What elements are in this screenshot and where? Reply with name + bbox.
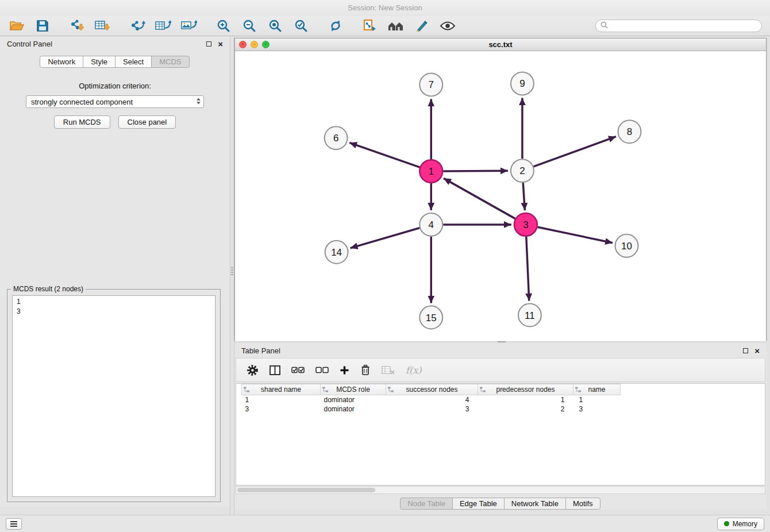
network-window-titlebar[interactable]: × − + scc.txt bbox=[235, 38, 766, 51]
tab-network-table[interactable]: Network Table bbox=[504, 498, 566, 510]
graph-edge-2-3[interactable] bbox=[523, 183, 525, 210]
float-panel-icon[interactable] bbox=[206, 41, 211, 47]
scrollbar-thumb[interactable] bbox=[237, 488, 375, 492]
search-input[interactable] bbox=[611, 22, 757, 30]
graph-node-label: 15 bbox=[426, 313, 437, 323]
mcds-result-item[interactable]: 3 bbox=[17, 307, 211, 317]
column-label: predecessor nodes bbox=[496, 385, 555, 394]
delete-column-icon[interactable] bbox=[360, 362, 371, 378]
dropdown-selected-value: strongly connected component bbox=[31, 98, 133, 106]
search-box[interactable] bbox=[595, 20, 762, 32]
tab-mcds[interactable]: MCDS bbox=[151, 56, 189, 68]
refresh-group bbox=[327, 18, 344, 34]
import-network-icon[interactable] bbox=[68, 18, 86, 34]
graph-edge-3-11[interactable] bbox=[526, 237, 529, 301]
task-history-button[interactable] bbox=[6, 518, 22, 530]
network-file-icon[interactable] bbox=[361, 18, 379, 34]
function-builder-icon[interactable]: f(x) bbox=[406, 362, 421, 378]
houses-icon[interactable] bbox=[387, 18, 405, 34]
column-tree-icon bbox=[480, 387, 486, 395]
table-cell[interactable]: dominator bbox=[321, 404, 386, 414]
run-mcds-button[interactable]: Run MCDS bbox=[54, 115, 110, 129]
zoom-fit-icon[interactable] bbox=[267, 18, 284, 34]
mcds-result-list[interactable]: 13 bbox=[12, 295, 215, 497]
export-network-icon[interactable] bbox=[129, 18, 146, 34]
float-panel-icon[interactable] bbox=[743, 348, 748, 353]
table-row[interactable]: 3dominator323 bbox=[242, 404, 621, 414]
maximize-window-icon[interactable]: + bbox=[262, 41, 270, 48]
export-table-icon[interactable] bbox=[155, 18, 172, 34]
column-label: MCDS role bbox=[336, 385, 370, 394]
zoom-out-icon[interactable] bbox=[241, 18, 258, 34]
memory-button[interactable]: Memory bbox=[717, 518, 764, 530]
table-header-row: shared nameMCDS rolesuccessor nodesprede… bbox=[242, 384, 621, 395]
table-row[interactable]: 1dominator411 bbox=[242, 395, 621, 404]
node-table[interactable]: shared nameMCDS rolesuccessor nodesprede… bbox=[236, 383, 765, 485]
table-cell[interactable]: 1 bbox=[478, 395, 573, 404]
export-group bbox=[129, 18, 198, 34]
zoom-selected-icon[interactable] bbox=[292, 18, 310, 34]
network-canvas[interactable]: 7968124314101511 bbox=[235, 51, 766, 341]
column-header-predecessor-nodes[interactable]: predecessor nodes bbox=[478, 384, 573, 395]
table-hscrollbar[interactable] bbox=[236, 486, 765, 494]
zoom-in-icon[interactable] bbox=[215, 18, 232, 34]
graph-edge-1-2[interactable] bbox=[443, 171, 508, 171]
column-header-successor-nodes[interactable]: successor nodes bbox=[386, 384, 478, 395]
save-session-icon[interactable] bbox=[34, 18, 51, 34]
close-panel-icon[interactable]: × bbox=[218, 40, 223, 48]
eye-icon[interactable] bbox=[439, 18, 456, 34]
table-cell[interactable]: 1 bbox=[242, 395, 321, 404]
minimize-window-icon[interactable]: − bbox=[251, 41, 258, 48]
optimization-criterion-label: Optimization criterion: bbox=[0, 82, 230, 90]
vertical-splitter[interactable] bbox=[230, 36, 234, 515]
table-cell[interactable]: 3 bbox=[242, 404, 321, 414]
graph-node-label: 4 bbox=[429, 219, 434, 230]
gear-icon[interactable] bbox=[247, 362, 259, 378]
table-cell[interactable]: 1 bbox=[573, 395, 621, 404]
column-header-MCDS-role[interactable]: MCDS role bbox=[321, 384, 386, 395]
table-cell[interactable]: dominator bbox=[321, 395, 386, 404]
column-header-shared-name[interactable]: shared name bbox=[242, 384, 321, 395]
graph-edge-3-10[interactable] bbox=[537, 227, 613, 243]
column-header-name[interactable]: name bbox=[573, 384, 621, 395]
open-session-icon[interactable] bbox=[8, 18, 25, 34]
column-label: successor nodes bbox=[406, 385, 457, 394]
tab-network[interactable]: Network bbox=[40, 56, 83, 68]
style-brush-icon[interactable] bbox=[413, 18, 430, 34]
tab-style[interactable]: Style bbox=[83, 56, 116, 68]
optimization-criterion-select[interactable]: strongly connected component bbox=[26, 95, 204, 108]
deselect-all-columns-icon[interactable] bbox=[315, 362, 329, 378]
import-table-icon[interactable] bbox=[94, 18, 111, 34]
table-cell[interactable]: 3 bbox=[573, 404, 621, 414]
close-window-icon[interactable]: × bbox=[239, 41, 247, 48]
tab-motifs[interactable]: Motifs bbox=[565, 498, 600, 510]
close-panel-icon[interactable]: × bbox=[754, 346, 760, 355]
table-cell[interactable]: 3 bbox=[386, 404, 478, 414]
graph-edge-4-14[interactable] bbox=[351, 228, 420, 248]
select-all-columns-icon[interactable] bbox=[291, 362, 305, 378]
mcds-result-item[interactable]: 1 bbox=[17, 297, 211, 307]
tab-node-table[interactable]: Node Table bbox=[400, 498, 453, 510]
table-panel-title: Table Panel bbox=[241, 346, 280, 355]
tab-edge-table[interactable]: Edge Table bbox=[452, 498, 505, 510]
tab-select[interactable]: Select bbox=[115, 56, 152, 68]
splitter-grip[interactable] bbox=[498, 341, 506, 342]
network-window-title: scc.txt bbox=[235, 40, 766, 49]
table-cell[interactable]: 4 bbox=[386, 395, 478, 404]
splitter-grip[interactable] bbox=[231, 267, 233, 275]
delete-table-icon[interactable] bbox=[382, 362, 395, 378]
network-graph[interactable]: 7968124314101511 bbox=[235, 51, 766, 341]
table-cell[interactable]: 2 bbox=[478, 404, 573, 414]
split-columns-icon[interactable] bbox=[270, 362, 280, 378]
mcds-result-group: MCDS result (2 nodes) 13 bbox=[7, 289, 221, 502]
graph-node-label: 7 bbox=[429, 79, 434, 90]
column-tree-icon bbox=[244, 387, 250, 395]
refresh-icon[interactable] bbox=[327, 18, 344, 34]
application-window: Session: New Session bbox=[0, 0, 770, 532]
add-column-icon[interactable] bbox=[340, 362, 349, 378]
export-image-icon[interactable] bbox=[180, 18, 198, 34]
graph-edge-1-6[interactable] bbox=[349, 142, 419, 167]
close-panel-button[interactable]: Close panel bbox=[118, 115, 176, 129]
graph-edge-2-8[interactable] bbox=[534, 137, 616, 167]
graph-edge-3-1[interactable] bbox=[444, 178, 515, 218]
